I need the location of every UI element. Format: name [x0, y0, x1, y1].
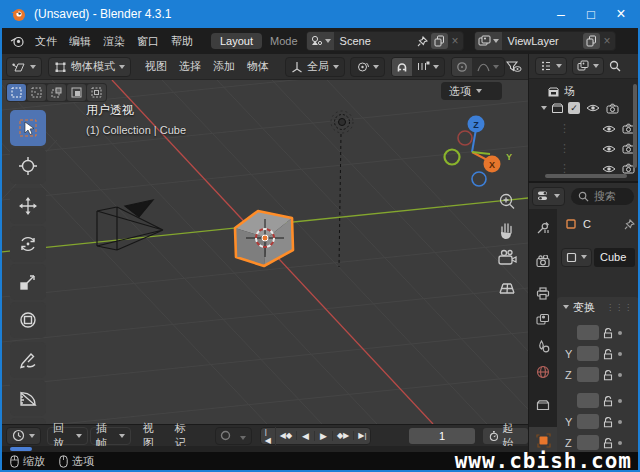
menu-object[interactable]: 物体	[241, 59, 275, 74]
mode-dropdown[interactable]: 物体模式	[48, 57, 131, 77]
outliner-search-icon[interactable]	[609, 60, 621, 72]
collection-checkbox[interactable]: ✓	[568, 102, 580, 114]
workspace-tab-modeling[interactable]: Mode	[270, 35, 298, 47]
tool-select-box[interactable]	[10, 110, 46, 146]
jump-to-start-button[interactable]: |◀	[261, 427, 276, 445]
viewport-canvas[interactable]: Z X Y 用户透视 (1) Collection | Cube	[2, 80, 528, 424]
scene-browse-button[interactable]	[307, 32, 334, 50]
scene-name[interactable]: Scene	[334, 35, 417, 47]
tab-world[interactable]	[536, 365, 550, 379]
menu-view[interactable]: 视图	[139, 59, 173, 74]
tab-render[interactable]	[536, 255, 550, 268]
tab-viewlayer[interactable]	[536, 313, 550, 326]
viewlayer-delete-button[interactable]: ×	[600, 34, 615, 48]
select-mode-set[interactable]	[7, 84, 26, 101]
render-camera-icon[interactable]	[606, 103, 619, 114]
tool-annotate[interactable]	[10, 342, 46, 378]
play-button[interactable]: ▶	[315, 431, 333, 441]
tab-tool[interactable]	[536, 221, 550, 235]
tool-transform[interactable]	[10, 302, 46, 338]
panel-grip-icon[interactable]: ⋮⋮⋮	[606, 303, 633, 312]
select-mode-extend[interactable]	[27, 84, 46, 101]
tool-rotate[interactable]	[10, 226, 46, 262]
transform-row-loc-y[interactable]: Y	[565, 346, 635, 361]
maximize-button[interactable]: □	[576, 7, 606, 22]
scene-delete-button[interactable]: ×	[448, 34, 463, 48]
outliner-row-object-1[interactable]: ⋮	[559, 122, 635, 135]
object-browse-button[interactable]	[561, 248, 592, 267]
viewlayer-browse-button[interactable]	[475, 32, 502, 50]
app-menu-icon[interactable]	[10, 35, 25, 48]
outliner-filter-button[interactable]	[572, 57, 604, 75]
select-mode-invert[interactable]	[67, 84, 86, 101]
tab-scene[interactable]	[537, 340, 550, 353]
outliner-row-object-2[interactable]: ⋮	[559, 142, 635, 155]
tool-move[interactable]	[10, 188, 46, 224]
properties-editor-type-button[interactable]	[532, 187, 565, 206]
menu-edit[interactable]: 编辑	[63, 34, 97, 49]
tab-collection[interactable]	[536, 399, 550, 411]
outliner-display-mode-button[interactable]	[535, 57, 567, 75]
viewport-options-button[interactable]: 选项	[441, 82, 502, 100]
light-object[interactable]	[331, 111, 353, 267]
keying-menu[interactable]: 插帧	[90, 427, 131, 445]
outliner-hscrollbar[interactable]	[545, 174, 627, 178]
eye-icon[interactable]	[602, 124, 616, 134]
close-button[interactable]: ×	[606, 5, 636, 23]
tab-output[interactable]	[536, 287, 550, 300]
outliner-vscrollbar[interactable]	[633, 84, 637, 168]
camera-object[interactable]	[97, 200, 163, 250]
menu-add[interactable]: 添加	[207, 59, 241, 74]
tool-cursor[interactable]	[10, 148, 46, 184]
tool-measure[interactable]	[10, 380, 46, 416]
transform-row-rot-y[interactable]: Y	[565, 414, 635, 429]
snap-toggle-button[interactable]	[392, 58, 412, 76]
outliner-row-collection[interactable]: ✓	[541, 102, 619, 114]
orientation-dropdown[interactable]: 全局	[285, 57, 345, 77]
object-name-field[interactable]: Cube	[594, 248, 635, 267]
menu-select[interactable]: 选择	[173, 59, 207, 74]
pivot-dropdown[interactable]	[350, 57, 385, 77]
select-mode-intersect[interactable]	[87, 84, 106, 101]
transform-panel-header[interactable]: 变换 ⋮⋮⋮	[557, 297, 638, 317]
viewlayer-name[interactable]: ViewLayer	[502, 35, 583, 47]
transform-row-rot-x[interactable]	[565, 393, 635, 408]
transform-row-loc-x[interactable]	[565, 325, 635, 340]
current-frame-field[interactable]: 1	[409, 428, 474, 444]
show-gizmo-button[interactable]	[506, 60, 522, 74]
play-reverse-button[interactable]: ◀	[297, 431, 315, 441]
prev-keyframe-button[interactable]: ◀◆	[276, 431, 297, 440]
viewport-nav-controls[interactable]	[499, 195, 516, 294]
pin-icon[interactable]	[417, 36, 428, 47]
next-keyframe-button[interactable]: ◆▶	[333, 431, 354, 440]
outliner-row-scene-collection[interactable]: 场	[547, 84, 576, 99]
eye-icon[interactable]	[586, 103, 600, 113]
transform-row-loc-z[interactable]: Z	[565, 367, 635, 382]
properties-search-field[interactable]: 搜索	[571, 188, 634, 205]
snap-settings-button[interactable]	[412, 61, 444, 72]
start-frame-field[interactable]: 起始	[483, 428, 528, 444]
proportional-falloff-button[interactable]	[472, 61, 504, 72]
timeline-editor-type-button[interactable]	[6, 427, 41, 445]
editor-type-button[interactable]	[6, 57, 42, 77]
autokey-toggle[interactable]	[216, 430, 235, 441]
workspace-tab-layout[interactable]: Layout	[211, 33, 262, 49]
jump-to-end-button[interactable]: ▶|	[354, 431, 370, 440]
menu-render[interactable]: 渲染	[97, 34, 131, 49]
viewlayer-new-button[interactable]	[583, 33, 600, 49]
autokey-settings[interactable]	[235, 430, 251, 442]
menu-file[interactable]: 文件	[29, 34, 63, 49]
playback-menu[interactable]: 回放	[47, 427, 88, 445]
pin-icon[interactable]	[624, 219, 635, 230]
transform-row-rot-z[interactable]: Z	[565, 435, 635, 450]
proportional-toggle-button[interactable]	[452, 58, 472, 76]
tool-scale[interactable]	[10, 264, 46, 300]
eye-icon[interactable]	[602, 144, 616, 154]
menu-help[interactable]: 帮助	[165, 34, 199, 49]
minimize-button[interactable]: –	[546, 6, 576, 22]
playhead[interactable]	[10, 447, 32, 451]
menu-window[interactable]: 窗口	[131, 34, 165, 49]
eye-icon[interactable]	[602, 164, 616, 174]
scene-new-button[interactable]	[431, 33, 448, 49]
select-mode-subtract[interactable]	[47, 84, 66, 101]
